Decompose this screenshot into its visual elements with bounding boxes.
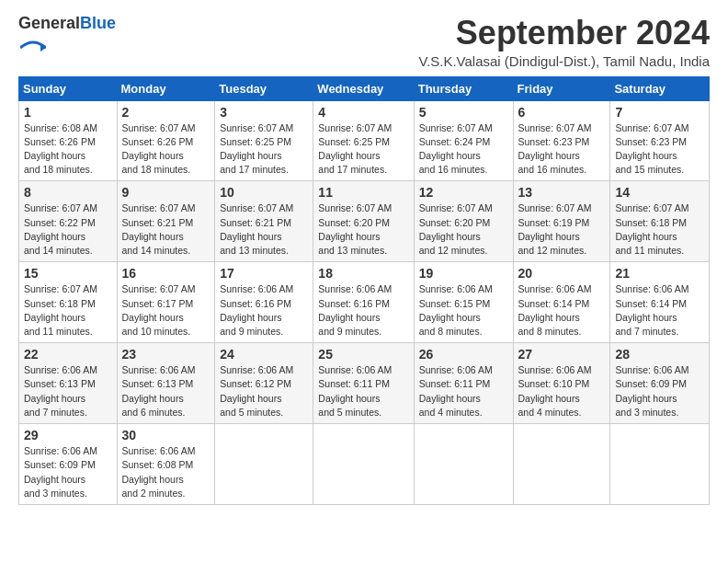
day-cell: 1 Sunrise: 6:08 AM Sunset: 6:26 PM Dayli… xyxy=(19,100,118,181)
day-info: Sunrise: 6:06 AM Sunset: 6:16 PM Dayligh… xyxy=(318,282,408,339)
day-info: Sunrise: 6:07 AM Sunset: 6:22 PM Dayligh… xyxy=(24,201,112,258)
day-cell: 9 Sunrise: 6:07 AM Sunset: 6:21 PM Dayli… xyxy=(117,181,215,262)
logo-icon xyxy=(20,35,46,61)
day-info: Sunrise: 6:07 AM Sunset: 6:23 PM Dayligh… xyxy=(615,121,704,178)
header-saturday: Saturday xyxy=(610,76,710,100)
day-number: 9 xyxy=(122,185,210,200)
day-info: Sunrise: 6:06 AM Sunset: 6:09 PM Dayligh… xyxy=(615,363,704,419)
day-number: 19 xyxy=(419,266,508,281)
day-cell: 15 Sunrise: 6:07 AM Sunset: 6:18 PM Dayl… xyxy=(19,262,118,343)
day-info: Sunrise: 6:07 AM Sunset: 6:20 PM Dayligh… xyxy=(318,201,408,258)
day-info: Sunrise: 6:06 AM Sunset: 6:09 PM Dayligh… xyxy=(24,444,112,500)
day-info: Sunrise: 6:07 AM Sunset: 6:18 PM Dayligh… xyxy=(615,201,704,258)
day-cell: 21 Sunrise: 6:06 AM Sunset: 6:14 PM Dayl… xyxy=(610,262,710,343)
day-info: Sunrise: 6:07 AM Sunset: 6:25 PM Dayligh… xyxy=(318,121,408,178)
day-number: 17 xyxy=(220,266,308,281)
day-info: Sunrise: 6:08 AM Sunset: 6:26 PM Dayligh… xyxy=(24,121,112,178)
day-number: 30 xyxy=(122,428,210,442)
day-info: Sunrise: 6:07 AM Sunset: 6:24 PM Dayligh… xyxy=(419,121,508,178)
day-cell: 22 Sunrise: 6:06 AM Sunset: 6:13 PM Dayl… xyxy=(19,343,118,424)
title-block: September 2024 V.S.K.Valasai (Dindigul-D… xyxy=(418,15,710,69)
day-info: Sunrise: 6:06 AM Sunset: 6:15 PM Dayligh… xyxy=(419,282,508,339)
day-cell: 29 Sunrise: 6:06 AM Sunset: 6:09 PM Dayl… xyxy=(19,424,118,505)
day-number: 11 xyxy=(318,185,408,200)
empty-cell xyxy=(313,424,414,505)
calendar-week-2: 8 Sunrise: 6:07 AM Sunset: 6:22 PM Dayli… xyxy=(19,181,710,262)
day-number: 24 xyxy=(220,347,308,362)
day-number: 25 xyxy=(318,347,408,362)
day-info: Sunrise: 6:06 AM Sunset: 6:08 PM Dayligh… xyxy=(122,444,210,500)
day-number: 3 xyxy=(220,105,308,120)
day-number: 21 xyxy=(615,266,704,281)
day-cell: 28 Sunrise: 6:06 AM Sunset: 6:09 PM Dayl… xyxy=(610,343,710,424)
logo-blue-text: Blue xyxy=(80,14,116,32)
header-tuesday: Tuesday xyxy=(215,76,313,100)
day-number: 15 xyxy=(24,266,112,281)
empty-cell xyxy=(610,424,710,505)
calendar-week-3: 15 Sunrise: 6:07 AM Sunset: 6:18 PM Dayl… xyxy=(19,262,710,343)
logo: GeneralBlue xyxy=(18,15,116,64)
day-number: 12 xyxy=(419,185,508,200)
header-sunday: Sunday xyxy=(19,76,118,100)
header-thursday: Thursday xyxy=(414,76,513,100)
day-cell: 19 Sunrise: 6:06 AM Sunset: 6:15 PM Dayl… xyxy=(414,262,513,343)
day-number: 10 xyxy=(220,185,308,200)
day-number: 5 xyxy=(419,105,508,120)
day-number: 2 xyxy=(122,105,210,120)
day-number: 4 xyxy=(318,105,408,120)
day-cell: 16 Sunrise: 6:07 AM Sunset: 6:17 PM Dayl… xyxy=(117,262,215,343)
main-title: September 2024 xyxy=(418,15,710,52)
day-info: Sunrise: 6:07 AM Sunset: 6:18 PM Dayligh… xyxy=(24,282,112,339)
day-number: 13 xyxy=(518,185,606,200)
day-number: 29 xyxy=(24,428,112,442)
day-cell: 27 Sunrise: 6:06 AM Sunset: 6:10 PM Dayl… xyxy=(513,343,610,424)
header-wednesday: Wednesday xyxy=(313,76,414,100)
day-info: Sunrise: 6:06 AM Sunset: 6:13 PM Dayligh… xyxy=(122,363,210,419)
day-number: 27 xyxy=(518,347,606,362)
day-number: 14 xyxy=(615,185,704,200)
header: GeneralBlue September 2024 V.S.K.Valasai… xyxy=(18,15,710,69)
day-info: Sunrise: 6:06 AM Sunset: 6:16 PM Dayligh… xyxy=(220,282,308,339)
day-number: 26 xyxy=(419,347,508,362)
day-number: 16 xyxy=(122,266,210,281)
day-info: Sunrise: 6:06 AM Sunset: 6:14 PM Dayligh… xyxy=(615,282,704,339)
calendar-week-1: 1 Sunrise: 6:08 AM Sunset: 6:26 PM Dayli… xyxy=(19,100,710,181)
day-cell: 7 Sunrise: 6:07 AM Sunset: 6:23 PM Dayli… xyxy=(610,100,710,181)
subtitle: V.S.K.Valasai (Dindigul-Dist.), Tamil Na… xyxy=(418,53,710,69)
day-number: 23 xyxy=(122,347,210,362)
day-cell: 14 Sunrise: 6:07 AM Sunset: 6:18 PM Dayl… xyxy=(610,181,710,262)
day-number: 22 xyxy=(24,347,112,362)
page: GeneralBlue September 2024 V.S.K.Valasai… xyxy=(0,0,728,563)
empty-cell xyxy=(215,424,313,505)
day-cell: 11 Sunrise: 6:07 AM Sunset: 6:20 PM Dayl… xyxy=(313,181,414,262)
day-info: Sunrise: 6:06 AM Sunset: 6:11 PM Dayligh… xyxy=(318,363,408,419)
day-number: 6 xyxy=(518,105,606,120)
day-number: 18 xyxy=(318,266,408,281)
logo-general-text: General xyxy=(18,14,80,32)
day-number: 7 xyxy=(615,105,704,120)
day-cell: 18 Sunrise: 6:06 AM Sunset: 6:16 PM Dayl… xyxy=(313,262,414,343)
day-number: 20 xyxy=(518,266,606,281)
day-info: Sunrise: 6:06 AM Sunset: 6:13 PM Dayligh… xyxy=(24,363,112,419)
calendar-table: Sunday Monday Tuesday Wednesday Thursday… xyxy=(18,76,710,505)
day-cell: 24 Sunrise: 6:06 AM Sunset: 6:12 PM Dayl… xyxy=(215,343,313,424)
day-cell: 13 Sunrise: 6:07 AM Sunset: 6:19 PM Dayl… xyxy=(513,181,610,262)
day-cell: 3 Sunrise: 6:07 AM Sunset: 6:25 PM Dayli… xyxy=(215,100,313,181)
day-cell: 17 Sunrise: 6:06 AM Sunset: 6:16 PM Dayl… xyxy=(215,262,313,343)
day-info: Sunrise: 6:07 AM Sunset: 6:20 PM Dayligh… xyxy=(419,201,508,258)
day-info: Sunrise: 6:06 AM Sunset: 6:14 PM Dayligh… xyxy=(518,282,606,339)
header-friday: Friday xyxy=(513,76,610,100)
day-info: Sunrise: 6:07 AM Sunset: 6:21 PM Dayligh… xyxy=(122,201,210,258)
calendar-header-row: Sunday Monday Tuesday Wednesday Thursday… xyxy=(19,76,710,100)
day-info: Sunrise: 6:06 AM Sunset: 6:11 PM Dayligh… xyxy=(419,363,508,419)
calendar-week-4: 22 Sunrise: 6:06 AM Sunset: 6:13 PM Dayl… xyxy=(19,343,710,424)
day-cell: 4 Sunrise: 6:07 AM Sunset: 6:25 PM Dayli… xyxy=(313,100,414,181)
day-cell: 23 Sunrise: 6:06 AM Sunset: 6:13 PM Dayl… xyxy=(117,343,215,424)
day-cell: 10 Sunrise: 6:07 AM Sunset: 6:21 PM Dayl… xyxy=(215,181,313,262)
day-number: 28 xyxy=(615,347,704,362)
day-cell: 5 Sunrise: 6:07 AM Sunset: 6:24 PM Dayli… xyxy=(414,100,513,181)
day-info: Sunrise: 6:07 AM Sunset: 6:23 PM Dayligh… xyxy=(518,121,606,178)
day-info: Sunrise: 6:07 AM Sunset: 6:19 PM Dayligh… xyxy=(518,201,606,258)
day-cell: 30 Sunrise: 6:06 AM Sunset: 6:08 PM Dayl… xyxy=(117,424,215,505)
day-cell: 12 Sunrise: 6:07 AM Sunset: 6:20 PM Dayl… xyxy=(414,181,513,262)
